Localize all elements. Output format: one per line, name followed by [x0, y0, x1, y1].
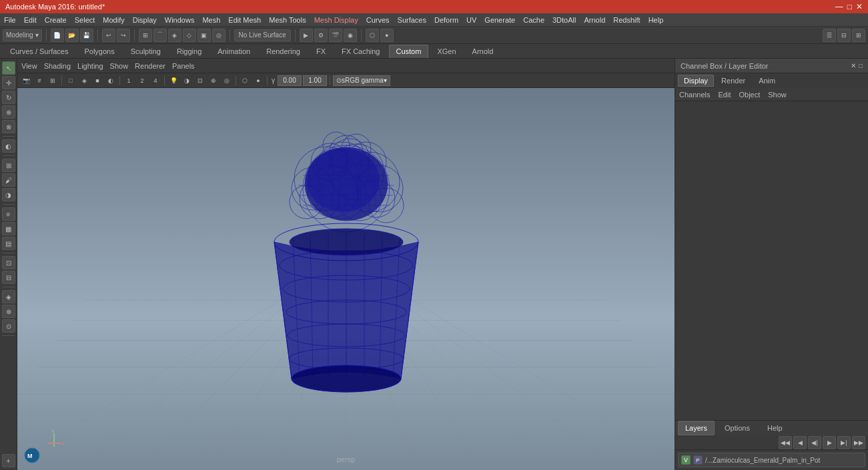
vt-camera-button[interactable]: 📷	[20, 75, 32, 87]
tab-custom[interactable]: Custom	[389, 45, 429, 58]
vt-wire-button[interactable]: □	[65, 75, 77, 87]
menu-surfaces[interactable]: Surfaces	[398, 16, 426, 24]
tab-help[interactable]: Help	[760, 421, 790, 435]
select-tool-button[interactable]: ↖	[2, 61, 15, 75]
rotate-tool-button[interactable]: ↻	[2, 91, 15, 104]
render-view-button[interactable]: 🎬	[329, 29, 342, 42]
create-set-button[interactable]: ⊟	[2, 271, 15, 284]
cb-menu-channels[interactable]: Channels	[679, 91, 710, 99]
menu-curves[interactable]: Curves	[366, 16, 390, 24]
vt-xray-button[interactable]: ⊡	[194, 75, 206, 87]
tab-anim[interactable]: Anim	[753, 75, 781, 87]
new-file-button[interactable]: 📄	[51, 29, 64, 42]
snap-view-button[interactable]: ▣	[197, 29, 211, 42]
panel-close-icon[interactable]: ✕	[851, 62, 856, 69]
snap-surface-button[interactable]: ◇	[183, 29, 196, 42]
viewport-menu-shading[interactable]: Shading	[44, 62, 71, 70]
menu-mesh-display[interactable]: Mesh Display	[314, 16, 358, 24]
menu-generate[interactable]: Generate	[484, 16, 515, 24]
close-button[interactable]: ✕	[856, 2, 863, 11]
vt-shaded-button[interactable]: ◐	[105, 75, 117, 87]
layer-prev-button[interactable]: ◀	[793, 436, 807, 449]
scale-tool-button[interactable]: ⊕	[2, 105, 15, 119]
tab-layers[interactable]: Layers	[678, 421, 715, 435]
vt-shadow-button[interactable]: ◑	[181, 75, 193, 87]
menu-mesh-tools[interactable]: Mesh Tools	[269, 16, 306, 24]
soft-select-button[interactable]: ◐	[2, 139, 15, 153]
cb-menu-show[interactable]: Show	[768, 91, 787, 99]
menu-create[interactable]: Create	[45, 16, 67, 24]
open-file-button[interactable]: 📂	[65, 29, 79, 42]
tab-arnold[interactable]: Arnold	[465, 45, 501, 58]
viewport-menu-lighting[interactable]: Lighting	[77, 62, 103, 70]
vt-resolution-button[interactable]: ⬡	[239, 75, 251, 87]
vt-flat-button[interactable]: ■	[91, 75, 103, 87]
attribute-editor-button[interactable]: ⊟	[837, 29, 851, 42]
tab-animation[interactable]: Animation	[210, 45, 258, 58]
vt-x2-button[interactable]: 2	[136, 75, 148, 87]
layer-prev-prev-button[interactable]: ◀◀	[779, 436, 792, 449]
menu-file[interactable]: File	[4, 16, 16, 24]
cb-menu-edit[interactable]: Edit	[718, 91, 731, 99]
save-file-button[interactable]: 💾	[80, 29, 93, 42]
color-space-dropdown[interactable]: ⊙ sRGB gamma ▾	[333, 75, 390, 86]
no-live-surface-button[interactable]: No Live Surface	[234, 29, 291, 41]
viewport-menu-show[interactable]: Show	[110, 62, 129, 70]
redo-button[interactable]: ↪	[117, 29, 130, 42]
snap-together-button[interactable]: ⊞	[2, 159, 15, 172]
window-controls[interactable]: — □ ✕	[835, 2, 863, 11]
move-tool-button[interactable]: ✛	[2, 76, 15, 89]
vt-x1-button[interactable]: 1	[123, 75, 135, 87]
workspace-button[interactable]: +	[2, 454, 15, 467]
tab-fx-caching[interactable]: FX Caching	[334, 45, 387, 58]
tab-render[interactable]: Render	[715, 75, 751, 87]
snap-grid-button[interactable]: ⊞	[139, 29, 152, 42]
layer-next-next-button[interactable]: ▶▶	[852, 436, 865, 449]
vis-layers-button[interactable]: ▦	[2, 222, 15, 235]
gamma-input[interactable]	[278, 75, 302, 86]
misc-button-1[interactable]: ◈	[2, 290, 15, 303]
display-wireframe-button[interactable]: ⬡	[366, 29, 379, 42]
tab-rigging[interactable]: Rigging	[169, 45, 209, 58]
vt-lights-button[interactable]: 💡	[167, 75, 179, 87]
layer-p-toggle[interactable]: P	[693, 455, 703, 465]
menu-modify[interactable]: Modify	[103, 16, 124, 24]
menu-edit[interactable]: Edit	[24, 16, 37, 24]
vt-grid-button[interactable]: #	[33, 75, 45, 87]
menu-windows[interactable]: Windows	[165, 16, 195, 24]
menu-edit-mesh[interactable]: Edit Mesh	[228, 16, 261, 24]
menu-redshift[interactable]: Redshift	[613, 16, 640, 24]
maximize-button[interactable]: □	[847, 2, 852, 11]
vt-move-button[interactable]: ⊞	[47, 75, 59, 87]
vt-smooth-button[interactable]: ◈	[78, 75, 90, 87]
menu-3dtoall[interactable]: 3DtoAll	[552, 16, 576, 24]
vt-manip-button[interactable]: ◎	[221, 75, 233, 87]
viewport-menu-view[interactable]: View	[21, 62, 37, 70]
layer-play-button[interactable]: ▶	[823, 436, 836, 449]
menu-select[interactable]: Select	[75, 16, 95, 24]
vt-viewport-2-button[interactable]: ●	[252, 75, 264, 87]
menu-deform[interactable]: Deform	[434, 16, 458, 24]
tab-display[interactable]: Display	[678, 75, 714, 87]
workspace-dropdown[interactable]: Modeling ▾	[3, 29, 42, 41]
panel-float-icon[interactable]: □	[859, 62, 863, 69]
display-layers-button[interactable]: ≡	[2, 207, 15, 221]
vt-x4-button[interactable]: 4	[149, 75, 161, 87]
universal-manip-button[interactable]: ⊗	[2, 120, 15, 133]
tab-polygons[interactable]: Polygons	[77, 45, 121, 58]
channel-box-button[interactable]: ☰	[823, 29, 836, 42]
tab-rendering[interactable]: Rendering	[259, 45, 308, 58]
render-settings-button[interactable]: ⚙	[314, 29, 328, 42]
menu-arnold[interactable]: Arnold	[584, 16, 605, 24]
ipr-button[interactable]: ◉	[344, 29, 357, 42]
render-button[interactable]: ▶	[300, 29, 313, 42]
minimize-button[interactable]: —	[835, 2, 843, 11]
cb-menu-object[interactable]: Object	[739, 91, 760, 99]
gain-input[interactable]	[303, 75, 327, 86]
misc-button-3[interactable]: ⊙	[2, 319, 15, 333]
tab-fx[interactable]: FX	[309, 45, 333, 58]
snap-live-button[interactable]: ◎	[212, 29, 226, 42]
tab-curves-surfaces[interactable]: Curves / Surfaces	[3, 45, 75, 58]
tab-options[interactable]: Options	[717, 421, 757, 435]
misc-button-2[interactable]: ⊕	[2, 305, 15, 318]
